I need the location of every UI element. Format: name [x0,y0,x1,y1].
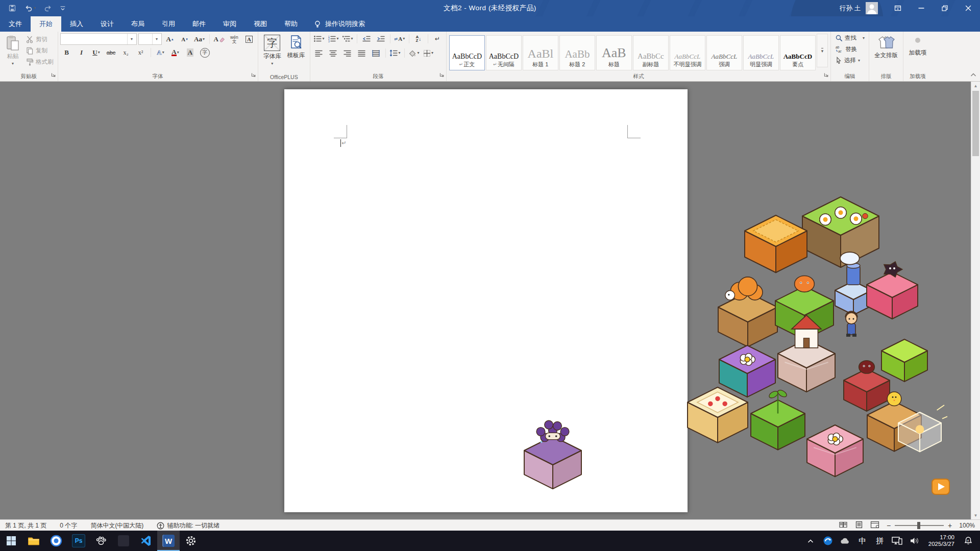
restore-button[interactable] [933,0,957,16]
format-painter-button[interactable]: 格式刷 [23,57,56,67]
subscript-button[interactable]: x₂ [119,47,133,58]
close-button[interactable] [957,0,980,16]
taskbar-browser[interactable] [45,531,67,551]
paragraph-dialog-launcher[interactable] [439,70,445,80]
taskbar-dark-app[interactable] [112,531,135,551]
word-count[interactable]: 0 个字 [60,521,77,530]
font-library-button[interactable]: 字 字体库 ▾ [260,33,284,72]
scrollbar-thumb[interactable] [972,91,979,156]
clipboard-dialog-launcher[interactable] [51,70,56,80]
distribute-button[interactable] [370,47,383,59]
tab-引用[interactable]: 引用 [153,16,184,32]
undo-button[interactable]: ▾ [24,4,36,12]
style-副标题[interactable]: AaBbCc 副标题 [633,35,669,70]
redo-button[interactable] [44,4,52,12]
italic-button[interactable]: I [75,47,88,58]
taskbar-settings[interactable] [180,531,202,551]
copy-button[interactable]: 复制 [23,45,56,56]
ime-indicator[interactable]: 中 [855,531,870,551]
style-要点[interactable]: AaBbCcD 要点 [780,35,816,70]
style-无间隔[interactable]: AaBbCcD ↵无间隔 [486,35,522,70]
style-明显强调[interactable]: AaBbCcL 明显强调 [743,35,779,70]
avatar[interactable] [866,2,878,14]
document-page[interactable]: ↵ [284,89,688,512]
page-indicator[interactable]: 第 1 页, 共 1 页 [5,521,46,530]
zoom-in-button[interactable]: + [948,521,952,530]
multilevel-list-button[interactable]: ▾ [341,33,354,44]
minimize-button[interactable] [910,0,933,16]
style-正文[interactable]: AaBbCcD ↵正文 [449,35,485,70]
character-border-button[interactable]: A [242,34,256,45]
font-color-button[interactable]: A▾ [169,47,182,58]
onedrive-icon[interactable] [838,531,853,551]
styles-more-button[interactable]: ▾ [817,34,828,67]
scroll-down-arrow[interactable]: ▼ [971,511,980,519]
shading-button[interactable]: ▾ [407,47,421,59]
network-devices-icon[interactable] [890,531,905,551]
collapse-ribbon-button[interactable] [970,70,977,79]
character-shading-button[interactable]: A [184,47,197,58]
styles-dialog-launcher[interactable] [823,70,829,80]
notifications-icon[interactable]: z [961,531,976,551]
strikethrough-button[interactable]: abc [105,47,118,58]
tab-审阅[interactable]: 审阅 [214,16,245,32]
borders-button[interactable]: ▾ [422,47,435,59]
full-text-layout-button[interactable]: 全文排版 [871,33,901,72]
tab-file[interactable]: 文件 [0,16,31,32]
tray-app-icon[interactable] [820,531,836,551]
clock[interactable]: 17:00 2025/3/27 [924,534,959,547]
tab-设计[interactable]: 设计 [92,16,122,32]
style-标题 2[interactable]: AaBb 标题 2 [559,35,595,70]
ribbon-display-options-button[interactable] [886,0,910,16]
taskbar-start[interactable] [0,531,22,551]
template-library-button[interactable]: 模板库 [284,33,308,72]
phonetic-guide-button[interactable]: wén文 [228,34,241,45]
taskbar-word[interactable]: W [157,531,180,551]
font-size-combobox[interactable]: ▾ [138,33,162,45]
align-right-button[interactable] [341,47,354,59]
align-left-button[interactable] [312,47,326,59]
zoom-out-button[interactable]: − [887,521,891,530]
grow-font-button[interactable]: A▴ [163,34,177,45]
tab-插入[interactable]: 插入 [61,16,92,32]
paste-button[interactable]: 粘贴 ▾ [2,33,23,72]
font-dialog-launcher[interactable] [251,70,256,80]
tab-视图[interactable]: 视图 [245,16,276,32]
asian-layout-button[interactable]: ⇄A▾ [393,33,406,44]
taskbar-photoshop[interactable]: Ps [67,531,90,551]
tell-me-search[interactable]: 操作说明搜索 [313,16,365,32]
volume-icon[interactable] [907,531,922,551]
font-name-combobox[interactable]: ▾ [60,33,137,45]
align-center-button[interactable] [327,47,340,59]
addins-button[interactable]: 加载项 [905,33,930,72]
shrink-font-button[interactable]: A▾ [178,34,191,45]
language-indicator[interactable]: 简体中文(中国大陆) [90,521,143,530]
justify-button[interactable] [355,47,369,59]
pinyin-indicator[interactable]: 拼 [872,531,888,551]
print-layout-button[interactable] [855,521,863,530]
style-强调[interactable]: AaBbCcL 强调 [706,35,742,70]
taskbar-paw-app[interactable] [90,531,112,551]
style-不明显强调[interactable]: AaBbCcL 不明显强调 [670,35,705,70]
vertical-scrollbar[interactable]: ▲ ▼ [971,82,980,519]
tray-expand-chevron[interactable] [803,531,818,551]
replace-button[interactable]: abac替换 [833,44,867,54]
zoom-slider[interactable]: − + [887,521,952,530]
tab-帮助[interactable]: 帮助 [276,16,306,32]
clear-formatting-button[interactable]: A [213,34,226,45]
account-name[interactable]: 行孙 土 [840,4,861,13]
web-layout-button[interactable] [870,521,879,530]
tab-布局[interactable]: 布局 [122,16,153,32]
zoom-thumb[interactable] [917,522,920,529]
enclose-characters-button[interactable]: 字 [199,47,212,58]
numbering-button[interactable]: 123▾ [327,33,340,44]
tab-开始[interactable]: 开始 [31,16,61,32]
sort-button[interactable]: AZ↓ [412,33,425,44]
superscript-button[interactable]: x² [134,47,148,58]
bold-button[interactable]: B [60,47,74,58]
bullets-button[interactable]: ▾ [312,33,326,44]
change-case-button[interactable]: Aa▾ [193,34,206,45]
scroll-up-arrow[interactable]: ▲ [971,82,980,90]
read-mode-button[interactable] [839,521,848,530]
underline-button[interactable]: U▾ [90,47,103,58]
